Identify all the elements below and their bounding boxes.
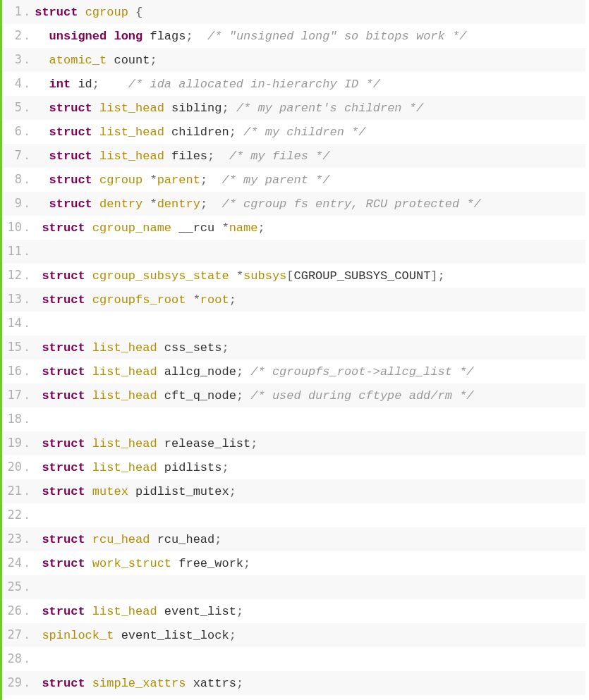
code-content: unsigned long flags; /* "unsigned long" … [35,25,466,48]
line-number-dot: . [23,672,35,695]
token-cmt: /* my parent's children */ [236,102,423,115]
token-pun: * [150,173,157,187]
token-plain [35,437,42,450]
token-cmt: /* "unsigned long" so bitops work */ [207,30,466,43]
code-line: 18. [2,407,585,431]
token-kw: struct [42,485,85,498]
line-number-dot: . [23,288,35,312]
token-tname: list_head [92,365,157,379]
token-plain [85,485,92,498]
line-number-dot: . [23,480,35,503]
token-plain: event_list_lock [114,629,229,642]
line-number: 2 [2,24,23,47]
token-plain [92,125,99,139]
token-plain [35,149,49,163]
token-pun: * [193,293,200,307]
code-line: 16. struct list_head allcg_node; /* cgro… [2,360,585,383]
token-plain: free_work [171,557,243,570]
code-content [35,648,42,671]
token-tname: atomic_t [49,54,107,67]
token-plain [35,221,42,235]
line-number: 10 [2,216,23,239]
token-plain: event_list [157,605,236,618]
line-number-dot: . [23,73,35,96]
code-line: 12. struct cgroup_subsys_state *subsys[C… [2,264,585,288]
token-plain: pidlists [157,461,222,474]
token-plain [243,365,250,379]
token-plain [85,677,92,690]
code-block: 1.struct cgroup {2. unsigned long flags;… [0,0,585,700]
token-plain [85,269,92,283]
line-number: 26 [2,599,23,622]
token-plain: allcg_node [157,365,236,379]
line-number-dot: . [23,456,35,479]
token-plain: cft_q_node [157,389,236,403]
code-content: struct mutex pidlist_mutex; [35,480,236,503]
token-tname: cgroup_name [92,221,171,235]
code-content: struct cgroup_name __rcu *name; [35,216,265,240]
code-content [35,576,42,599]
token-plain [207,197,221,211]
code-content: }; [35,696,56,700]
token-plain [99,78,128,91]
token-pun: ; [236,605,243,618]
token-plain [193,30,207,43]
token-pun: [ [286,269,293,283]
token-plain [186,293,193,307]
line-number-dot: . [23,97,35,120]
token-plain: release_list [157,437,251,450]
token-plain [35,125,49,139]
token-plain [85,389,92,403]
token-plain [85,533,92,546]
token-pun: ; [200,173,207,187]
token-plain [35,341,42,355]
code-content: atomic_t count; [35,49,157,72]
code-content: struct list_head release_list; [35,432,257,455]
code-content: struct list_head sibling; /* my parent's… [35,97,423,120]
token-pun: ; [236,365,243,379]
token-kw: unsigned [49,30,107,43]
code-line: 23. struct rcu_head rcu_head; [2,527,585,551]
code-line: 30. }; [2,695,585,700]
line-number-dot: . [23,240,35,264]
token-pun: ; [250,437,257,450]
code-line: 17. struct list_head cft_q_node; /* used… [2,383,585,407]
token-kw: struct [49,125,92,139]
line-number: 16 [2,360,23,383]
token-plain [35,629,42,642]
token-plain [92,173,99,187]
token-pun: ; [243,557,250,570]
token-pun: ]; [430,269,444,283]
token-plain [35,389,42,403]
code-content: struct list_head allcg_node; /* cgroupfs… [35,360,473,383]
token-plain [142,173,150,187]
line-number: 28 [2,647,23,670]
line-number: 11 [2,240,23,263]
line-number: 3 [2,48,23,71]
token-plain [236,125,243,139]
token-plain [35,533,42,546]
token-kw: struct [42,293,85,307]
token-plain [35,173,49,187]
token-tname: list_head [92,341,157,355]
token-plain: flags [142,30,186,43]
token-pun: ; [200,197,207,211]
code-line: 21. struct mutex pidlist_mutex; [2,479,585,503]
code-line: 2. unsigned long flags; /* "unsigned lon… [2,24,585,48]
token-plain [229,102,236,115]
code-content: struct list_head pidlists; [35,456,229,479]
code-line: 10. struct cgroup_name __rcu *name; [2,216,585,240]
token-plain [35,461,42,474]
token-pun: ; [236,389,243,403]
token-tname: list_head [99,125,164,139]
token-cmt: /* my parent */ [221,173,329,187]
token-kw: long [114,30,142,43]
code-line: 4. int id; /* ida allocated in-hierarchy… [2,72,585,96]
token-kw: struct [42,557,85,570]
line-number-dot: . [23,121,35,144]
token-plain: css_sets [157,341,222,355]
token-plain [107,30,114,43]
token-plain [229,269,236,283]
code-content: struct cgroup_subsys_state *subsys[CGROU… [35,264,445,288]
token-kw: struct [42,221,85,235]
